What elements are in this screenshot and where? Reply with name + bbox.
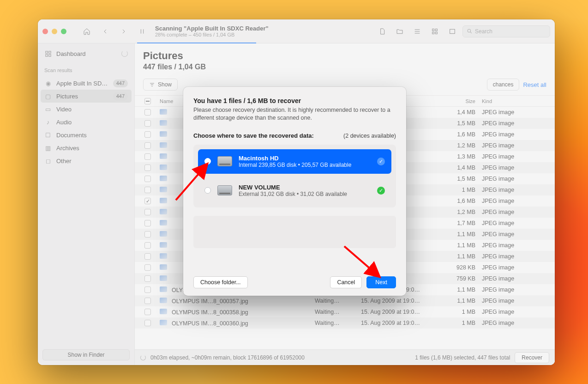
audio-icon: ♪ (44, 119, 52, 126)
video-icon: ▭ (44, 106, 52, 113)
drive-icon: ◉ (44, 80, 52, 87)
search-input[interactable]: Search (462, 25, 550, 37)
file-date: 15. Aug 2009 at 19:0… (361, 309, 439, 315)
page-title: Pictures (143, 50, 546, 62)
back-button[interactable] (98, 25, 113, 38)
device-option-new-volume[interactable]: NEW VOLUME External 31,02 GB disk • 31,0… (198, 178, 391, 203)
new-file-icon[interactable] (375, 25, 390, 38)
row-checkbox[interactable] (144, 165, 151, 171)
search-placeholder: Search (475, 28, 492, 35)
table-row[interactable]: OLYMPUS IM…8_000358.jpg Waiting… 15. Aug… (135, 306, 555, 317)
svg-point-5 (468, 29, 471, 32)
minimize-window-button[interactable] (52, 29, 57, 34)
folder-icon[interactable] (392, 25, 407, 38)
device-name: Macintosh HD (239, 155, 371, 162)
svg-rect-7 (48, 51, 50, 53)
file-size: 1 MB (439, 320, 482, 326)
forward-button[interactable] (116, 25, 131, 38)
thumbnail-icon (160, 142, 167, 148)
row-checkbox[interactable] (144, 275, 151, 282)
show-filter-button[interactable]: Show (143, 79, 178, 91)
file-size: 1,1 MB (439, 286, 482, 293)
window-controls (42, 29, 66, 34)
next-button[interactable]: Next (366, 276, 396, 288)
row-checkbox[interactable] (144, 176, 151, 182)
file-name: OLYMPUS IM…8_000357.jpg (172, 298, 248, 305)
sidebar-item-archives[interactable]: ▥ Archives (38, 141, 134, 154)
window-icon[interactable] (445, 25, 460, 38)
preview-status: Waiting… (315, 298, 361, 304)
row-checkbox[interactable] (144, 320, 151, 326)
thumbnail-icon (160, 120, 167, 126)
svg-rect-2 (432, 32, 434, 34)
row-checkbox[interactable] (144, 242, 151, 249)
row-checkbox[interactable] (144, 298, 151, 304)
grid-view-icon[interactable] (427, 25, 442, 38)
reset-all-button[interactable]: Reset all (523, 81, 546, 88)
table-row[interactable]: OLYMPUS IM…8_000360.jpg Waiting… 15. Aug… (135, 317, 555, 329)
chances-filter-button[interactable]: chances (487, 79, 520, 91)
close-window-button[interactable] (42, 29, 48, 34)
thumbnail-icon (160, 253, 167, 259)
row-checkbox[interactable] (144, 309, 151, 315)
image-icon: ▢ (44, 93, 52, 100)
pause-button[interactable] (135, 25, 150, 38)
row-checkbox[interactable] (144, 220, 151, 226)
sidebar-item-label: Other (56, 158, 128, 165)
recover-button[interactable]: Recover (515, 352, 549, 363)
archive-icon: ▥ (44, 145, 52, 152)
file-size: 1,2 MB (439, 142, 482, 149)
row-checkbox[interactable] (144, 142, 151, 149)
device-detail: Internal 239,85 GB disk • 205,57 GB avai… (239, 162, 371, 168)
zoom-window-button[interactable] (61, 29, 66, 34)
sidebar-item-documents[interactable]: ☐ Documents (38, 128, 134, 141)
thumbnail-icon (160, 209, 167, 214)
row-checkbox[interactable] (144, 198, 151, 204)
file-kind: JPEG image (482, 264, 551, 271)
row-checkbox[interactable] (144, 209, 151, 215)
file-size: 1 MB (439, 309, 482, 315)
thumbnail-icon (160, 309, 167, 314)
file-size: 1,6 MB (439, 198, 482, 204)
row-checkbox[interactable] (144, 286, 151, 293)
sidebar-item-apple-built-in-sdx-[interactable]: ◉ Apple Built In SDX… 447 (38, 77, 134, 90)
thumbnail-icon (160, 220, 167, 226)
sidebar-dashboard[interactable]: Dashboard (38, 47, 134, 60)
select-all-checkbox[interactable] (144, 98, 151, 104)
show-in-finder-button[interactable]: Show in Finder (42, 349, 130, 360)
thumbnail-icon (160, 264, 167, 270)
svg-rect-3 (435, 32, 437, 34)
thumbnail-icon (160, 242, 167, 248)
table-row[interactable]: OLYMPUS IM…8_000357.jpg Waiting… 15. Aug… (135, 295, 555, 306)
row-checkbox[interactable] (144, 109, 151, 116)
list-view-icon[interactable] (410, 25, 425, 38)
radio-button[interactable] (204, 187, 211, 194)
file-size: 759 KB (439, 275, 482, 282)
device-option-macintosh-hd[interactable]: Macintosh HD Internal 239,85 GB disk • 2… (198, 149, 391, 174)
home-button[interactable] (79, 25, 94, 38)
sidebar-item-pictures[interactable]: ▢ Pictures 447 (41, 90, 132, 103)
choose-folder-button[interactable]: Choose folder... (193, 276, 248, 288)
dialog-title: You have 1 files / 1,6 MB to recover (193, 97, 396, 104)
svg-rect-8 (45, 54, 47, 56)
col-size[interactable]: Size (439, 98, 482, 104)
row-checkbox[interactable] (144, 264, 151, 271)
thumbnail-icon (160, 131, 167, 137)
row-checkbox[interactable] (144, 153, 151, 160)
sidebar-item-label: Video (56, 106, 128, 113)
scan-progress-text: 0h03m elapsed, ~0h09m remain, block 1761… (150, 354, 305, 361)
file-kind: JPEG image (482, 253, 551, 260)
cancel-button[interactable]: Cancel (330, 276, 362, 288)
row-checkbox[interactable] (144, 231, 151, 238)
radio-button[interactable] (204, 158, 211, 165)
file-kind: JPEG image (482, 120, 551, 127)
row-checkbox[interactable] (144, 253, 151, 260)
sidebar-item-video[interactable]: ▭ Video (38, 103, 134, 116)
sidebar-item-audio[interactable]: ♪ Audio (38, 116, 134, 128)
col-kind[interactable]: Kind (482, 98, 551, 104)
row-checkbox[interactable] (144, 131, 151, 138)
file-kind: JPEG image (482, 142, 551, 149)
row-checkbox[interactable] (144, 120, 151, 127)
row-checkbox[interactable] (144, 187, 151, 193)
sidebar-item-other[interactable]: ◻ Other (38, 154, 134, 167)
